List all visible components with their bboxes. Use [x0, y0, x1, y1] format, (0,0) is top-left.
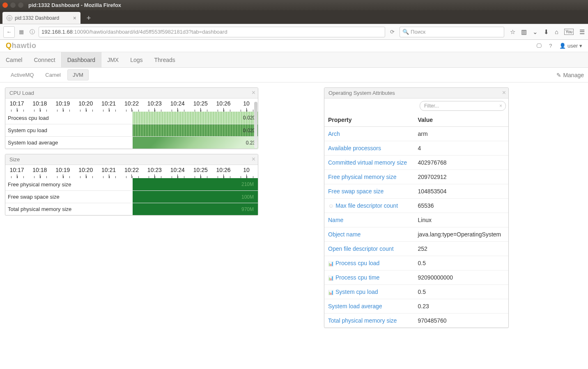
column-value[interactable]: Value: [414, 113, 509, 127]
scrollbar[interactable]: [254, 102, 257, 148]
property-link[interactable]: Free swap space size: [328, 188, 384, 195]
panel-header[interactable]: Size ×: [5, 154, 258, 165]
property-value: 104853504: [414, 184, 509, 199]
table-row[interactable]: 📊Process cpu time92090000000: [324, 270, 508, 285]
property-link[interactable]: Max file descriptor count: [335, 202, 398, 209]
panel-close-icon[interactable]: ×: [252, 156, 255, 163]
property-value: 970485760: [414, 314, 509, 328]
url-input[interactable]: 192.168.1.68:10090/hawtio/dashboard/id/4…: [39, 27, 385, 37]
property-link[interactable]: System load average: [328, 303, 382, 309]
panel-cpu-load: CPU Load × 10:1710:1810:1910:2010:2110:2…: [5, 87, 258, 149]
property-link[interactable]: Total physical memory size: [328, 317, 397, 324]
property-link[interactable]: Name: [328, 217, 343, 223]
info-icon[interactable]: ⓘ: [28, 28, 36, 36]
window-minimize-icon[interactable]: [10, 2, 16, 8]
table-row[interactable]: Free swap space size104853504: [324, 184, 508, 199]
clear-filter-icon[interactable]: ×: [499, 103, 502, 109]
table-row[interactable]: Archarm: [324, 127, 508, 141]
face-icon: ☺: [328, 202, 334, 209]
sparkline: 0.020: [133, 124, 258, 136]
sparkline: 210M: [133, 178, 258, 190]
property-link[interactable]: Process cpu time: [335, 274, 379, 281]
downloads-icon[interactable]: ⬇: [544, 28, 549, 36]
window-close-icon[interactable]: [2, 2, 8, 8]
table-row[interactable]: System load average0.23: [324, 299, 508, 314]
metric-label: Free physical memory size: [5, 181, 133, 188]
time-tick: 10:26: [212, 100, 235, 112]
table-row[interactable]: Total physical memory size970485760: [324, 314, 508, 328]
favicon-icon: ◎: [7, 15, 12, 21]
sub-tab-jvm[interactable]: JVM: [67, 69, 89, 80]
metric-label: Total physical memory size: [5, 206, 133, 212]
chart-row: Process cpu load0.020: [5, 112, 258, 124]
chart-row: System cpu load0.020: [5, 124, 258, 136]
site-identity-icon[interactable]: ▦: [17, 28, 25, 36]
table-row[interactable]: 📊System cpu load0.5: [324, 285, 508, 299]
property-value: java.lang:type=OperatingSystem: [414, 227, 509, 242]
time-tick: 10:21: [97, 167, 120, 178]
nav-item-connect[interactable]: Connect: [28, 52, 61, 67]
terminal-icon[interactable]: 🖵: [536, 43, 542, 49]
property-link[interactable]: Arch: [328, 131, 340, 137]
sparkline: 100M: [133, 191, 258, 203]
chart-icon: 📊: [328, 290, 334, 295]
table-row[interactable]: 📊Process cpu load0.5: [324, 256, 508, 270]
table-row[interactable]: Free physical memory size209702912: [324, 170, 508, 184]
bookmark-icon[interactable]: ☆: [510, 28, 515, 36]
main-nav: CamelConnectDashboardJMXLogsThreads: [0, 52, 588, 68]
property-link[interactable]: System cpu load: [335, 289, 378, 295]
property-value: 0.23: [414, 299, 509, 314]
column-property[interactable]: Property: [324, 113, 414, 127]
time-tick: 10:23: [143, 100, 166, 112]
panel-close-icon[interactable]: ×: [502, 89, 506, 96]
property-link[interactable]: Free physical memory size: [328, 174, 397, 180]
manage-button[interactable]: ✎ Manage: [556, 72, 584, 78]
menu-icon[interactable]: ☰: [579, 28, 585, 36]
pocket-icon[interactable]: ⌄: [533, 28, 538, 36]
sub-tab-activemq[interactable]: ActiveMQ: [6, 70, 39, 80]
nav-item-logs[interactable]: Logs: [124, 52, 148, 67]
panel-close-icon[interactable]: ×: [252, 89, 255, 96]
table-row[interactable]: Available processors4: [324, 141, 508, 156]
tab-close-icon[interactable]: ×: [73, 15, 76, 21]
nav-item-jmx[interactable]: JMX: [101, 52, 124, 67]
panel-size: Size × 10:1710:1810:1910:2010:2110:2210:…: [5, 154, 258, 215]
sparkline: 0.020: [133, 112, 258, 124]
browser-tab-active[interactable]: ◎ pid:1332 Dashboard ×: [2, 12, 80, 24]
property-link[interactable]: Process cpu load: [335, 260, 379, 266]
hawtio-logo[interactable]: Qhawtio: [6, 41, 37, 50]
reload-button[interactable]: ⟳: [388, 29, 397, 35]
user-menu[interactable]: 👤 user ▾: [559, 43, 582, 49]
property-link[interactable]: Available processors: [328, 145, 381, 151]
property-value: 92090000000: [414, 270, 509, 285]
library-icon[interactable]: ▥: [521, 28, 527, 36]
table-row[interactable]: Open file descriptor count252: [324, 242, 508, 256]
nav-item-threads[interactable]: Threads: [148, 52, 181, 67]
panel-header[interactable]: Operating System Attributes ×: [324, 88, 508, 99]
youtube-icon[interactable]: You: [564, 29, 574, 35]
filter-input[interactable]: Filter... ×: [420, 101, 506, 111]
table-row[interactable]: NameLinux: [324, 213, 508, 227]
back-button[interactable]: ←: [3, 26, 15, 38]
property-link[interactable]: Object name: [328, 231, 361, 238]
table-row[interactable]: Object namejava.lang:type=OperatingSyste…: [324, 227, 508, 242]
search-icon: 🔍: [402, 29, 409, 35]
url-host: 192.168.1.68: [41, 29, 73, 35]
property-link[interactable]: Committed virtual memory size: [328, 159, 407, 166]
property-value: 0.5: [414, 256, 509, 270]
new-tab-button[interactable]: +: [83, 13, 94, 23]
sub-nav: ActiveMQCamelJVM ✎ Manage: [0, 68, 588, 83]
help-icon[interactable]: ?: [549, 43, 552, 49]
window-maximize-icon[interactable]: [18, 2, 23, 8]
nav-item-dashboard[interactable]: Dashboard: [61, 52, 102, 67]
window-title: pid:1332 Dashboard - Mozilla Firefox: [28, 2, 121, 8]
property-link[interactable]: Open file descriptor count: [328, 245, 394, 252]
search-input[interactable]: 🔍 Поиск: [400, 27, 504, 37]
nav-item-camel[interactable]: Camel: [0, 52, 28, 67]
panel-header[interactable]: CPU Load ×: [5, 88, 258, 99]
table-row[interactable]: Committed virtual memory size402976768: [324, 156, 508, 170]
table-row[interactable]: ☺Max file descriptor count65536: [324, 199, 508, 213]
home-icon[interactable]: ⌂: [555, 28, 558, 35]
chart-row: System load average0.23: [5, 136, 258, 149]
sub-tab-camel[interactable]: Camel: [40, 70, 66, 80]
